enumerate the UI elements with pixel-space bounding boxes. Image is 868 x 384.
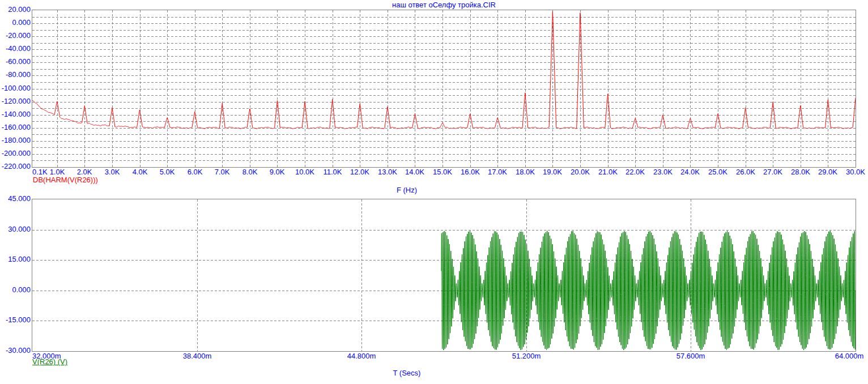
x-tick-label: 3.0K — [105, 168, 120, 176]
trace-path — [32, 11, 856, 129]
y-tick-label: 15.000 — [1, 255, 31, 263]
x-tick-label: 19.0K — [543, 168, 562, 176]
y-tick-label: 30.000 — [1, 225, 31, 233]
fft-series-label[interactable]: DB(HARM(V(R26))) — [33, 176, 98, 184]
x-tick-label: 18.0K — [516, 168, 535, 176]
page-title: наш ответ оСелфу тройка.CIR — [32, 1, 856, 9]
x-tick-label: 13.0K — [378, 168, 397, 176]
x-tick-label: 22.0K — [626, 168, 645, 176]
x-tick-label: 1.0K — [50, 168, 65, 176]
y-tick-label: -40.000 — [1, 45, 31, 53]
x-tick-label: 8.0K — [242, 168, 258, 176]
x-tick-label: 57.600m — [676, 352, 705, 360]
y-tick-label: -80.000 — [1, 71, 31, 79]
plot-window: наш ответ оСелфу тройка.CIR DB(HARM(V(R2… — [0, 0, 868, 384]
x-tick-label: 12.0K — [350, 168, 369, 176]
x-tick-label: 6.0K — [188, 168, 203, 176]
y-tick-label: -100.000 — [1, 84, 31, 92]
x-tick-label: 11.0K — [323, 168, 342, 176]
x-tick-label: 5.0K — [160, 168, 175, 176]
x-tick-label: 26.0K — [736, 168, 755, 176]
y-tick-label: 0.000 — [1, 19, 31, 27]
y-tick-label: -30.000 — [1, 347, 31, 355]
trace-path — [441, 231, 856, 350]
x-tick-label: 27.0K — [763, 168, 782, 176]
y-tick-label: 45.000 — [1, 195, 31, 203]
x-tick-label: 20.0K — [571, 168, 590, 176]
fft-plot-canvas — [32, 10, 856, 167]
x-tick-label: 44.800m — [347, 352, 376, 360]
fft-plot-area[interactable] — [32, 10, 856, 168]
x-tick-label: 24.0K — [680, 168, 700, 176]
x-tick-label: 25.0K — [708, 168, 727, 176]
y-tick-label: 20.000 — [1, 6, 31, 14]
x-tick-label: 28.0K — [791, 168, 810, 176]
y-tick-label: -120.000 — [1, 97, 31, 105]
x-tick-label: 2.0K — [77, 168, 92, 176]
x-tick-label: 38.400m — [183, 352, 212, 360]
transient-x-axis-title: T (Secs) — [32, 369, 781, 377]
x-tick-label: 64.000m — [835, 352, 864, 360]
x-tick-label: 15.0K — [433, 168, 452, 176]
x-tick-label: 9.0K — [270, 168, 285, 176]
y-tick-label: 0.000 — [1, 286, 31, 294]
x-tick-label: 14.0K — [405, 168, 424, 176]
y-tick-label: -140.000 — [1, 110, 31, 118]
y-tick-label: -220.000 — [1, 163, 31, 170]
transient-plot-area[interactable] — [32, 199, 856, 352]
fft-x-axis-title: F (Hz) — [32, 186, 781, 194]
x-tick-label: 4.0K — [133, 168, 148, 176]
x-tick-label: 7.0K — [215, 168, 230, 176]
y-tick-label: -20.000 — [1, 32, 31, 40]
x-tick-label: 17.0K — [488, 168, 507, 176]
x-tick-label: 16.0K — [461, 168, 480, 176]
transient-plot-canvas — [32, 199, 856, 351]
x-tick-label: 10.0K — [295, 168, 314, 176]
x-tick-label: 21.0K — [598, 168, 618, 176]
y-tick-label: -15.000 — [1, 316, 31, 324]
x-tick-label: 32.000m — [32, 352, 61, 360]
y-tick-label: -160.000 — [1, 123, 31, 131]
x-tick-label: 30.0K — [846, 168, 865, 176]
x-tick-label: 29.0K — [818, 168, 837, 176]
x-tick-label: 51.200m — [512, 352, 541, 360]
y-tick-label: -200.000 — [1, 150, 31, 157]
y-tick-label: -180.000 — [1, 136, 31, 144]
x-tick-label: 23.0K — [653, 168, 673, 176]
x-tick-label: 0.1K — [32, 168, 48, 176]
y-tick-label: -60.000 — [1, 58, 31, 66]
